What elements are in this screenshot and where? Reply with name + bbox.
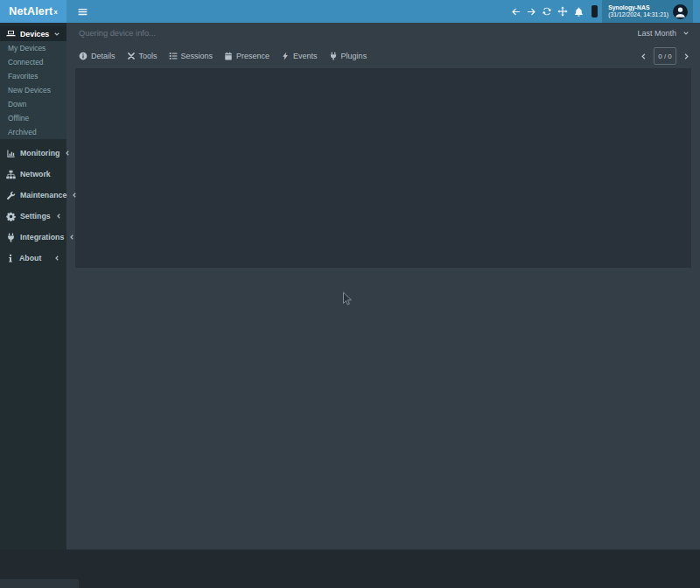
tab-label: Presence [236,52,270,60]
sidebar-item-connected[interactable]: Connected [0,55,66,69]
period-selector-value: Last Month [637,29,676,38]
top-navbar: NetAlertx [0,0,700,23]
sidebar-item-archived[interactable]: Archived [0,125,66,139]
chevron-left-icon [71,192,78,199]
tools-icon [127,52,136,60]
user-avatar-icon [673,4,688,19]
tab-label: Plugins [341,52,368,60]
tab-events[interactable]: Events [281,52,318,60]
navbar-right-cluster: Synology-NAS (31/12/2024, 14:31:21) [508,0,700,23]
tab-label: Events [293,52,318,60]
nav-back-button[interactable] [508,0,523,23]
device-status-box[interactable]: Synology-NAS (31/12/2024, 14:31:21) [602,0,693,23]
content-area: Quering device info... Last Month Detail… [66,23,700,550]
laptop-icon [6,29,16,38]
refresh-button[interactable] [539,0,555,23]
app-logo-text: NetAlert [9,5,52,18]
sidebar-item-label: Devices [20,30,49,38]
tab-label: Details [91,52,116,60]
tab-sessions[interactable]: Sessions [169,52,214,60]
sidebar-item-label: Monitoring [20,149,60,158]
info-circle-icon [79,52,88,60]
fullscreen-button[interactable] [555,0,570,23]
bolt-icon [281,52,290,60]
app-logo-suffix: x [53,8,57,16]
chevron-down-icon [53,31,60,38]
sidebar-item-favorites[interactable]: Favorites [0,69,66,83]
device-status-timestamp: (31/12/2024, 14:31:21) [608,11,668,19]
chart-icon [6,149,16,158]
sidebar-item-label: Maintenance [20,191,66,200]
user-avatar[interactable] [673,4,688,19]
devices-submenu: My Devices Connected Favorites New Devic… [0,41,66,139]
pager-next-button[interactable] [682,52,690,60]
chevron-down-icon [682,30,690,37]
tab-label: Tools [139,52,158,60]
query-status-text: Quering device info... [79,29,156,38]
sidebar-sections: Monitoring Network Maintenance Settin [0,143,66,269]
calendar-icon [224,52,233,60]
plug-icon [6,233,16,242]
fullscreen-icon [557,6,568,17]
sidebar-item-label: Integrations [20,233,64,242]
chevron-left-icon [64,150,71,157]
tab-plugins[interactable]: Plugins [329,52,368,60]
tab-label: Sessions [181,52,214,60]
sidebar-item-down[interactable]: Down [0,97,66,111]
bars-icon [77,6,88,18]
chevron-left-icon [53,255,60,262]
plug-icon [329,52,338,60]
device-status-name: Synology-NAS [608,4,668,12]
bell-icon [574,7,584,17]
chevron-left-icon [68,234,75,241]
wrench-icon [6,191,16,200]
pager-prev-button[interactable] [640,52,648,60]
page-footer [0,550,700,588]
content-header: Quering device info... Last Month [66,23,700,44]
sidebar-item-monitoring[interactable]: Monitoring [0,143,66,164]
sidebar-item-label: Network [20,170,51,178]
app-logo[interactable]: NetAlertx [0,0,66,23]
sidebar-item-offline[interactable]: Offline [0,111,66,125]
device-pager: 0 / 0 [640,47,690,65]
sidebar-item-integrations[interactable]: Integrations [0,227,66,248]
sidebar-toggle-button[interactable] [74,4,90,19]
refresh-icon [542,6,552,17]
gear-icon [6,212,16,221]
tab-details[interactable]: Details [79,52,116,60]
bottom-left-sliver [0,579,79,588]
list-ol-icon [169,52,178,60]
sidebar-item-settings[interactable]: Settings [0,206,66,227]
arrow-left-icon [511,7,521,17]
sitemap-icon [6,170,16,179]
pager-count: 0 / 0 [654,47,676,65]
sidebar-item-label: Settings [20,212,51,220]
sidebar: Devices My Devices Connected Favorites N… [0,23,66,550]
sidebar-item-network[interactable]: Network [0,164,66,185]
nav-forward-button[interactable] [523,0,539,23]
sidebar-item-my-devices[interactable]: My Devices [0,41,66,55]
navbar-main: Synology-NAS (31/12/2024, 14:31:21) [66,0,700,23]
tab-tools[interactable]: Tools [127,52,158,60]
sidebar-item-about[interactable]: About [0,248,66,269]
arrow-right-icon [527,7,536,17]
sidebar-item-label: About [19,254,41,262]
mobile-icon [592,5,598,18]
device-status: Synology-NAS (31/12/2024, 14:31:21) [608,4,668,19]
sidebar-item-maintenance[interactable]: Maintenance [0,185,66,206]
period-selector[interactable]: Last Month [637,29,690,38]
chevron-right-icon [682,52,690,60]
navbar-spacer [693,0,700,23]
device-tabbar: Details Tools Sessions Presence Events [66,44,700,68]
chevron-left-icon [640,52,648,60]
info-icon [6,254,15,262]
notifications-button[interactable] [570,0,586,23]
chevron-left-icon [55,213,62,220]
tab-content-panel [75,68,691,268]
sidebar-item-devices[interactable]: Devices [0,26,66,41]
tab-presence[interactable]: Presence [224,52,270,60]
sidebar-item-new-devices[interactable]: New Devices [0,83,66,97]
